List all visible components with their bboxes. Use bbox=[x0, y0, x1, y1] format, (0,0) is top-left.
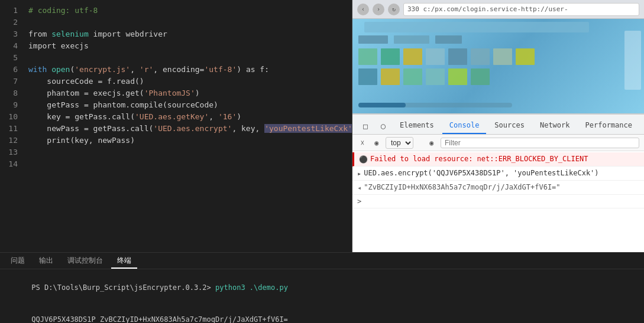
console-error-text: Failed to load resource: net::ERR_BLOCKE… bbox=[370, 154, 588, 164]
url-text: 330 c:/px.com/clogin.service-http://user… bbox=[407, 5, 568, 13]
url-bar[interactable]: 330 c:/px.com/clogin.service-http://user… bbox=[403, 3, 639, 16]
terminal-content: PS D:\Tools\Burp_Script\jsEncrypter.0.3.… bbox=[0, 269, 644, 323]
terminal-line-2: QQJV6P5X438DS1P ZvBCZIyID+HxNX683Ah5a7c7… bbox=[6, 304, 638, 323]
terminal-line-1: PS D:\Tools\Burp_Script\jsEncrypter.0.3.… bbox=[6, 272, 638, 304]
console-call-line: ▸ UED.aes.encrypt('QQJV6P5X438DS1P', 'yo… bbox=[352, 167, 644, 181]
tab-console[interactable]: Console bbox=[442, 118, 487, 134]
terminal-output-1: QQJV6P5X438DS1P ZvBCZIyID+HxNX683Ah5a7c7… bbox=[31, 315, 287, 323]
arrow-right-icon: ▸ bbox=[357, 168, 361, 179]
arrow-left-icon: ◂ bbox=[357, 182, 361, 193]
devtools-tabs: □ ◯ Elements Console Sources Network Per… bbox=[352, 115, 644, 135]
terminal-cmd-1: python3 .\demo.py bbox=[215, 283, 288, 292]
devtools-toolbar: ☓ ◉ top ◉ bbox=[352, 135, 644, 151]
website-preview bbox=[352, 19, 644, 113]
refresh-button[interactable]: ↻ bbox=[388, 4, 400, 15]
main-container: 1 2 3 4 5 6 7 8 9 10 11 12 13 14 # codin… bbox=[0, 0, 644, 252]
error-icon: ⚫ bbox=[359, 154, 368, 165]
tab-debug-console[interactable]: 调试控制台 bbox=[62, 254, 109, 269]
devtools-panel: □ ◯ Elements Console Sources Network Per… bbox=[352, 113, 644, 252]
devtools-device-icon[interactable]: ◯ bbox=[375, 118, 391, 134]
tab-terminal[interactable]: 终端 bbox=[111, 254, 137, 269]
terminal-ps-1: PS D:\Tools\Burp_Script\jsEncrypter.0.3.… bbox=[31, 283, 215, 292]
filter-input[interactable] bbox=[441, 138, 639, 148]
bottom-tabs: 问题 输出 调试控制台 终端 bbox=[0, 253, 644, 269]
console-result-text: "ZvBCZIyID+HxNX683Ah5a7c7moqDr/j/JaXdGT+… bbox=[364, 182, 560, 193]
tab-sources[interactable]: Sources bbox=[487, 118, 532, 134]
console-error-line: ⚫ Failed to load resource: net::ERR_BLOC… bbox=[352, 152, 644, 167]
tab-elements[interactable]: Elements bbox=[393, 118, 441, 134]
filter-icon[interactable]: ◉ bbox=[371, 138, 382, 148]
code-editor: 1 2 3 4 5 6 7 8 9 10 11 12 13 14 # codin… bbox=[0, 0, 352, 252]
forward-button[interactable]: › bbox=[373, 4, 384, 15]
context-select[interactable]: top bbox=[386, 137, 413, 149]
line-numbers: 1 2 3 4 5 6 7 8 9 10 11 12 13 14 bbox=[0, 0, 24, 252]
tab-problems[interactable]: 问题 bbox=[5, 254, 31, 269]
code-area: 1 2 3 4 5 6 7 8 9 10 11 12 13 14 # codin… bbox=[0, 0, 352, 252]
browser-topbar: ‹ › ↻ 330 c:/px.com/clogin.service-http:… bbox=[352, 0, 644, 19]
console-messages: ⚫ Failed to load resource: net::ERR_BLOC… bbox=[352, 151, 644, 210]
browser-panel: ‹ › ↻ 330 c:/px.com/clogin.service-http:… bbox=[352, 0, 644, 252]
tab-network[interactable]: Network bbox=[533, 118, 577, 134]
eye-icon[interactable]: ◉ bbox=[426, 138, 437, 148]
back-button[interactable]: ‹ bbox=[357, 4, 369, 15]
devtools-inspect-icon[interactable]: □ bbox=[357, 118, 374, 134]
browser-content bbox=[352, 19, 644, 113]
clear-console-icon[interactable]: ☓ bbox=[357, 138, 368, 148]
console-result-line: ◂ "ZvBCZIyID+HxNX683Ah5a7c7moqDr/j/JaXdG… bbox=[352, 181, 644, 195]
code-content: # coding: utf-8 from selenium import web… bbox=[24, 0, 352, 252]
console-output: ⚫ Failed to load resource: net::ERR_BLOC… bbox=[352, 151, 644, 252]
console-call-text: UED.aes.encrypt('QQJV6P5X438DS1P', 'youP… bbox=[364, 168, 598, 178]
tab-performance[interactable]: Performance bbox=[578, 118, 639, 134]
bottom-panel: 问题 输出 调试控制台 终端 PS D:\Tools\Burp_Script\j… bbox=[0, 252, 644, 323]
console-prompt-text: > bbox=[357, 196, 361, 207]
console-prompt-line[interactable]: > bbox=[352, 195, 644, 208]
tab-output[interactable]: 输出 bbox=[33, 254, 59, 269]
